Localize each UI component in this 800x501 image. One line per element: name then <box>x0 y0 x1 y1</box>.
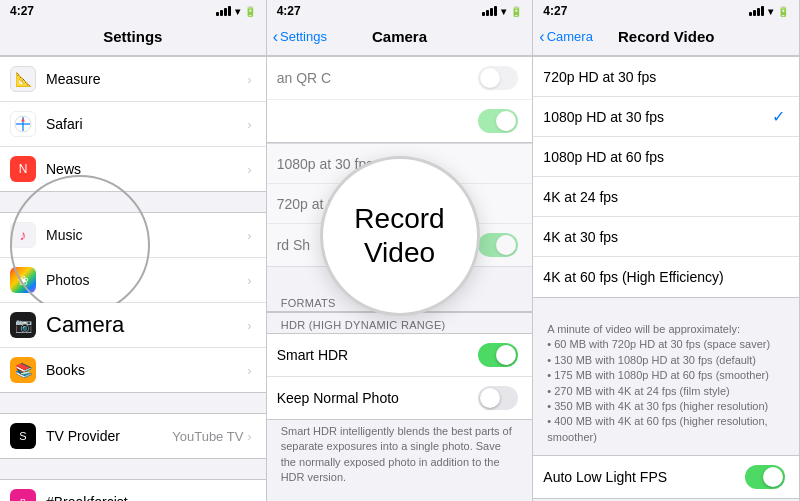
item-label-books: Books <box>46 362 247 378</box>
item-label-auto-low-light: Auto Low Light FPS <box>543 469 745 485</box>
toggle-on[interactable] <box>478 109 518 133</box>
back-arrow-3: ‹ <box>539 29 544 45</box>
list-item-smart-hdr[interactable]: Smart HDR <box>267 334 533 377</box>
settings-panel: 4:27 ▾ 🔋 Settings 📐 Measure › <box>0 0 267 501</box>
item-label-photos: Photos <box>46 272 247 288</box>
camera-top-group: an QR C <box>267 56 533 143</box>
list-item-photos[interactable]: ❀ Photos › <box>0 258 266 303</box>
chevron-music: › <box>247 228 251 243</box>
safari-icon <box>10 111 36 137</box>
status-icons-3: ▾ 🔋 <box>749 6 789 17</box>
magnifier-circle: Record Video <box>320 156 480 316</box>
books-icon: 📚 <box>10 357 36 383</box>
status-bar-3: 4:27 ▾ 🔋 <box>533 0 799 20</box>
news-icon: N <box>10 156 36 182</box>
item-label-1080-60: 1080p HD at 60 fps <box>543 149 785 165</box>
hdr-items-group: Smart HDR Keep Normal Photo <box>267 333 533 420</box>
nav-back-3[interactable]: ‹ Camera <box>539 29 593 45</box>
section-header-hdr: HDR (HIGH DYNAMIC RANGE) <box>267 313 533 333</box>
item-label-qr: an QR C <box>277 70 479 86</box>
item-label-smart-hdr: Smart HDR <box>277 347 479 363</box>
item-label-tv: TV Provider <box>46 428 172 444</box>
camera-item-toggle[interactable] <box>267 100 533 142</box>
list-item-music[interactable]: ♪ Music › <box>0 213 266 258</box>
status-time-1: 4:27 <box>10 4 34 18</box>
item-label-720-30: 720p HD at 30 fps <box>543 69 785 85</box>
chevron-breakforcist: › <box>247 495 251 502</box>
list-item-news[interactable]: N News › <box>0 147 266 191</box>
nav-back-label-2: Settings <box>280 29 327 44</box>
list-item-books[interactable]: 📚 Books › <box>0 348 266 392</box>
list-item-camera[interactable]: 📷 Camera › <box>0 303 266 348</box>
camera-bottom-section: Formats HDR (HIGH DYNAMIC RANGE) Smart H… <box>267 287 533 496</box>
item-label-news: News <box>46 161 247 177</box>
toggle-qr[interactable] <box>478 66 518 90</box>
checkmark-1080-30: ✓ <box>772 107 785 126</box>
status-icons-2: ▾ 🔋 <box>482 6 522 17</box>
camera-icon: 📷 <box>10 312 36 338</box>
list-item-breakforcist[interactable]: B #Breakforcist › <box>0 480 266 501</box>
list-item-4k-60[interactable]: 4K at 60 fps (High Efficiency) <box>533 257 799 297</box>
item-label-normal-photo: Keep Normal Photo <box>277 390 479 406</box>
camera-item-qr[interactable]: an QR C <box>267 57 533 100</box>
nav-bar-3: ‹ Camera Record Video <box>533 20 799 56</box>
list-item-normal-photo[interactable]: Keep Normal Photo <box>267 377 533 419</box>
battery-icon-2: 🔋 <box>510 6 522 17</box>
list-item-measure[interactable]: 📐 Measure › <box>0 57 266 102</box>
list-group-4: B #Breakforcist › Y #ymbab › 1 1Blocker … <box>0 479 266 501</box>
battery-icon-1: 🔋 <box>244 6 256 17</box>
status-time-2: 4:27 <box>277 4 301 18</box>
item-label-4k-30: 4K at 30 fps <box>543 229 785 245</box>
status-bar-2: 4:27 ▾ 🔋 <box>267 0 533 20</box>
list-item-safari[interactable]: Safari › <box>0 102 266 147</box>
item-label-measure: Measure <box>46 71 247 87</box>
item-label-safari: Safari <box>46 116 247 132</box>
measure-icon: 📐 <box>10 66 36 92</box>
signal-icon-3 <box>749 6 764 16</box>
list-item-tv[interactable]: S TV Provider YouTube TV › <box>0 414 266 458</box>
signal-icon-2 <box>482 6 497 16</box>
item-label-music: Music <box>46 227 247 243</box>
tv-icon: S <box>10 423 36 449</box>
item-label-4k-60: 4K at 60 fps (High Efficiency) <box>543 269 785 285</box>
settings-list: 📐 Measure › Safari › N News › ♪ Music <box>0 56 266 501</box>
status-icons-1: ▾ 🔋 <box>216 6 256 17</box>
photos-icon: ❀ <box>10 267 36 293</box>
item-label-4k-24: 4K at 24 fps <box>543 189 785 205</box>
chevron-camera: › <box>247 318 251 333</box>
record-video-panel: 4:27 ▾ 🔋 ‹ Camera Record Video 720p HD a… <box>533 0 800 501</box>
item-label-camera: Camera <box>46 312 247 338</box>
list-group-1: 📐 Measure › Safari › N News › <box>0 56 266 192</box>
nav-title-3: Record Video <box>618 28 714 45</box>
toggle-rd[interactable] <box>478 233 518 257</box>
breakforcist-icon: B <box>10 489 36 501</box>
nav-title-2: Camera <box>372 28 427 45</box>
list-item-1080-60[interactable]: 1080p HD at 60 fps <box>533 137 799 177</box>
list-item-auto-low-light[interactable]: Auto Low Light FPS <box>533 456 799 498</box>
nav-back-label-3: Camera <box>547 29 593 44</box>
chevron-tv: › <box>247 429 251 444</box>
item-label-breakforcist: #Breakforcist <box>46 494 247 501</box>
nav-back-2[interactable]: ‹ Settings <box>273 29 327 45</box>
chevron-measure: › <box>247 72 251 87</box>
chevron-safari: › <box>247 117 251 132</box>
signal-icon-1 <box>216 6 231 16</box>
toggle-smart-hdr[interactable] <box>478 343 518 367</box>
chevron-news: › <box>247 162 251 177</box>
record-video-list: 720p HD at 30 fps 1080p HD at 30 fps ✓ 1… <box>533 56 799 501</box>
item-label-1080-30: 1080p HD at 30 fps <box>543 109 772 125</box>
tv-value: YouTube TV <box>172 429 243 444</box>
wifi-icon-1: ▾ <box>235 6 240 17</box>
toggle-auto-low-light[interactable] <box>745 465 785 489</box>
list-item-1080-30[interactable]: 1080p HD at 30 fps ✓ <box>533 97 799 137</box>
list-item-4k-30[interactable]: 4K at 30 fps <box>533 217 799 257</box>
camera-panel: 4:27 ▾ 🔋 ‹ Settings Camera an QR C <box>267 0 534 501</box>
back-arrow-2: ‹ <box>273 29 278 45</box>
battery-icon-3: 🔋 <box>777 6 789 17</box>
list-item-720-30[interactable]: 720p HD at 30 fps <box>533 57 799 97</box>
toggle-normal-photo[interactable] <box>478 386 518 410</box>
wifi-icon-2: ▾ <box>501 6 506 17</box>
list-item-4k-24[interactable]: 4K at 24 fps <box>533 177 799 217</box>
low-light-group: Auto Low Light FPS <box>533 455 799 499</box>
chevron-books: › <box>247 363 251 378</box>
